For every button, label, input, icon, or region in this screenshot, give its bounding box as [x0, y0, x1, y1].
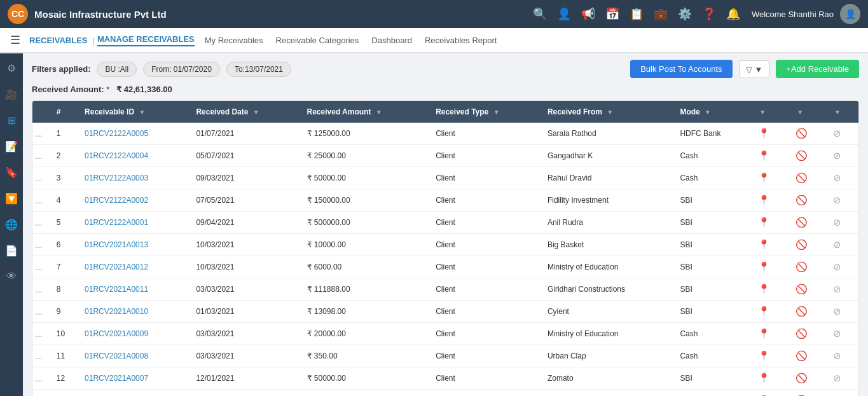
row-action-pin-11[interactable]: 📍 [752, 367, 789, 390]
row-dots-0[interactable]: ... [32, 123, 52, 145]
avatar[interactable]: 👤 [840, 4, 860, 24]
from-filter-badge[interactable]: From: 01/07/2020 [143, 62, 220, 77]
row-id-10[interactable]: 01RCV2021A0008 [79, 345, 191, 367]
row-id-9[interactable]: 01RCV2021A0009 [79, 323, 191, 345]
col-mode[interactable]: Mode ▼ [675, 101, 752, 123]
row-dots-5[interactable]: ... [32, 234, 52, 256]
sidebar-settings-icon[interactable]: ⚙ [4, 60, 18, 77]
row-id-7[interactable]: 01RCV2021A0011 [79, 278, 191, 301]
col-received-amount[interactable]: Received Amount ▼ [302, 101, 431, 123]
row-id-12[interactable]: 01RCV2021A0006 [79, 390, 191, 397]
row-action-extra-11[interactable]: ⊘ [827, 367, 858, 390]
row-action-block-3[interactable]: 🚫 [789, 189, 827, 212]
to-filter-badge[interactable]: To:13/07/2021 [226, 62, 291, 77]
row-dots-2[interactable]: ... [32, 167, 52, 189]
manage-receivables-section[interactable]: MANAGE RECEIVABLES [97, 34, 195, 46]
tab-my-receivables[interactable]: My Receivables [205, 33, 263, 48]
sidebar-clipboard-icon[interactable]: 📝 [3, 138, 20, 155]
row-action-extra-6[interactable]: ⊘ [827, 256, 858, 278]
row-action-extra-0[interactable]: ⊘ [827, 123, 858, 145]
col-receivable-id[interactable]: Receivable ID ▼ [79, 101, 191, 123]
sidebar-list-icon[interactable]: 📄 [3, 242, 20, 259]
sidebar-eye-icon[interactable]: 👁 [4, 268, 19, 285]
tab-receivables-report[interactable]: Receivables Report [425, 33, 497, 48]
row-dots-4[interactable]: ... [32, 212, 52, 234]
row-dots-8[interactable]: ... [32, 301, 52, 323]
row-action-block-0[interactable]: 🚫 [789, 123, 827, 145]
row-id-11[interactable]: 01RCV2021A0007 [79, 367, 191, 390]
add-receivable-button[interactable]: +Add Receivable [776, 60, 859, 78]
tab-dashboard[interactable]: Dashboard [371, 33, 412, 48]
row-action-block-4[interactable]: 🚫 [789, 212, 827, 234]
row-action-pin-9[interactable]: 📍 [752, 323, 789, 345]
row-action-extra-7[interactable]: ⊘ [827, 278, 858, 301]
row-action-extra-12[interactable]: ⊘ [827, 390, 858, 397]
user-switch-icon[interactable]: 👤 [557, 7, 571, 21]
filter-icon-button[interactable]: ▽ ▼ [739, 60, 770, 78]
row-action-extra-1[interactable]: ⊘ [827, 145, 858, 167]
row-action-pin-12[interactable]: 📍 [752, 390, 789, 397]
gear-icon[interactable]: ⚙️ [678, 7, 692, 21]
sidebar-camera-icon[interactable]: 🎥 [3, 86, 20, 103]
row-action-block-12[interactable]: 🚫 [789, 390, 827, 397]
sidebar-grid-icon[interactable]: ⊞ [5, 112, 18, 129]
row-dots-10[interactable]: ... [32, 345, 52, 367]
row-action-extra-10[interactable]: ⊘ [827, 345, 858, 367]
briefcase-icon[interactable]: 💼 [654, 7, 668, 21]
row-id-6[interactable]: 01RCV2021A0012 [79, 256, 191, 278]
row-id-1[interactable]: 01RCV2122A0004 [79, 145, 191, 167]
col-received-date[interactable]: Received Date ▼ [191, 101, 301, 123]
row-action-pin-2[interactable]: 📍 [752, 167, 789, 189]
row-dots-9[interactable]: ... [32, 323, 52, 345]
hamburger-icon[interactable]: ☰ [10, 33, 20, 47]
bullhorn-icon[interactable]: 📢 [581, 7, 595, 21]
sidebar-filter-icon[interactable]: 🔽 [3, 190, 20, 207]
row-id-8[interactable]: 01RCV2021A0010 [79, 301, 191, 323]
row-action-extra-9[interactable]: ⊘ [827, 323, 858, 345]
row-id-2[interactable]: 01RCV2122A0003 [79, 167, 191, 189]
sidebar-bookmark-icon[interactable]: 🔖 [3, 164, 20, 181]
row-action-extra-2[interactable]: ⊘ [827, 167, 858, 189]
calendar-icon[interactable]: 📅 [605, 7, 619, 21]
row-action-pin-4[interactable]: 📍 [752, 212, 789, 234]
help-icon[interactable]: ❓ [702, 7, 716, 21]
row-id-0[interactable]: 01RCV2122A0005 [79, 123, 191, 145]
search-icon[interactable]: 🔍 [533, 7, 547, 21]
sidebar-globe-icon[interactable]: 🌐 [3, 216, 20, 233]
tab-receivable-categories[interactable]: Receivable Categories [276, 33, 359, 48]
col-received-type[interactable]: Received Type ▼ [431, 101, 542, 123]
row-action-extra-3[interactable]: ⊘ [827, 189, 858, 212]
row-action-block-10[interactable]: 🚫 [789, 345, 827, 367]
row-action-block-5[interactable]: 🚫 [789, 234, 827, 256]
row-action-pin-3[interactable]: 📍 [752, 189, 789, 212]
row-action-pin-0[interactable]: 📍 [752, 123, 789, 145]
list-icon[interactable]: 📋 [630, 7, 644, 21]
bulk-post-button[interactable]: Bulk Post To Accounts [630, 60, 732, 78]
row-dots-7[interactable]: ... [32, 278, 52, 301]
row-action-pin-6[interactable]: 📍 [752, 256, 789, 278]
row-action-block-1[interactable]: 🚫 [789, 145, 827, 167]
row-id-3[interactable]: 01RCV2122A0002 [79, 189, 191, 212]
row-action-block-11[interactable]: 🚫 [789, 367, 827, 390]
row-action-extra-8[interactable]: ⊘ [827, 301, 858, 323]
row-dots-6[interactable]: ... [32, 256, 52, 278]
row-id-5[interactable]: 01RCV2021A0013 [79, 234, 191, 256]
row-action-extra-5[interactable]: ⊘ [827, 234, 858, 256]
bell-icon[interactable]: 🔔 [726, 7, 740, 21]
row-action-pin-7[interactable]: 📍 [752, 278, 789, 301]
row-action-block-8[interactable]: 🚫 [789, 301, 827, 323]
row-dots-12[interactable]: ... [32, 390, 52, 397]
bu-filter-badge[interactable]: BU :All [97, 62, 137, 77]
row-action-block-7[interactable]: 🚫 [789, 278, 827, 301]
row-action-pin-8[interactable]: 📍 [752, 301, 789, 323]
row-action-block-2[interactable]: 🚫 [789, 167, 827, 189]
row-action-pin-1[interactable]: 📍 [752, 145, 789, 167]
row-dots-1[interactable]: ... [32, 145, 52, 167]
row-dots-11[interactable]: ... [32, 367, 52, 390]
row-action-extra-4[interactable]: ⊘ [827, 212, 858, 234]
row-action-block-9[interactable]: 🚫 [789, 323, 827, 345]
row-action-block-6[interactable]: 🚫 [789, 256, 827, 278]
receivables-section[interactable]: RECEIVABLES [29, 36, 88, 45]
row-action-pin-10[interactable]: 📍 [752, 345, 789, 367]
row-action-pin-5[interactable]: 📍 [752, 234, 789, 256]
